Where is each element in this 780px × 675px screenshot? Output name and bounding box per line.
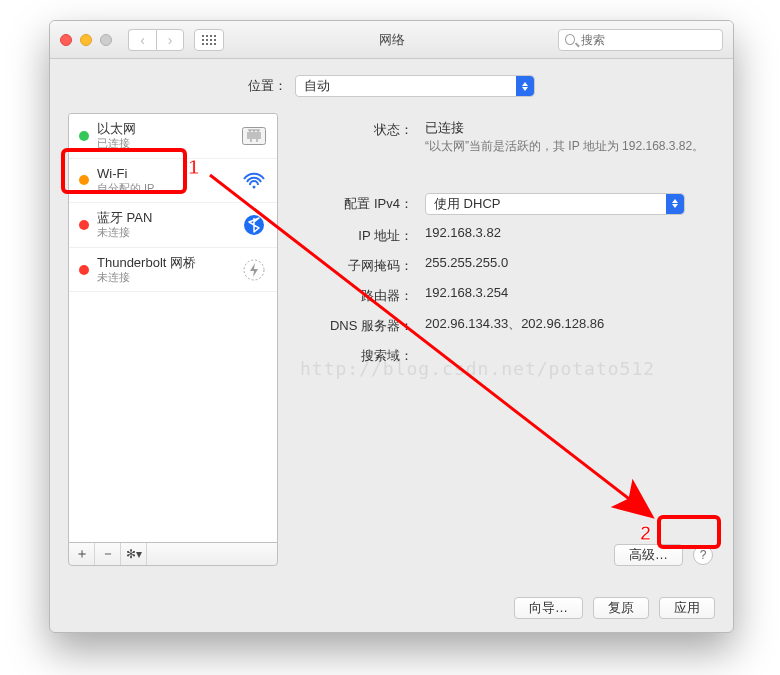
dns-value: 202.96.134.33、202.96.128.86 [425,315,715,335]
apply-button[interactable]: 应用 [659,597,715,619]
search-domains-label: 搜索域： [298,345,413,365]
revert-button[interactable]: 复原 [593,597,649,619]
chevron-updown-icon [666,194,684,214]
status-description: “以太网”当前是活跃的，其 IP 地址为 192.168.3.82。 [425,139,715,155]
footer: 向导… 复原 应用 [50,584,733,632]
status-dot-red-icon [79,220,89,230]
search-input[interactable] [579,32,716,48]
help-button[interactable]: ? [693,545,713,565]
gear-icon: ✻▾ [126,547,142,561]
ip-value: 192.168.3.82 [425,225,715,245]
sidebar-toolbar: ＋ － ✻▾ [68,542,278,566]
grid-icon [202,35,216,45]
sidebar-item-ethernet[interactable]: 以太网 已连接 [69,114,277,159]
close-icon[interactable] [60,34,72,46]
status-dot-green-icon [79,131,89,141]
advanced-button[interactable]: 高级… [614,544,683,566]
thunderbolt-icon [241,259,267,281]
status-block: 已连接 “以太网”当前是活跃的，其 IP 地址为 192.168.3.82。 [425,119,715,155]
svg-rect-3 [256,139,258,142]
service-name: Thunderbolt 网桥 [97,256,233,271]
remove-service-button[interactable]: － [95,543,121,565]
sidebar: 以太网 已连接 Wi-Fi 自分配的 IP [68,113,278,566]
subnet-mask-label: 子网掩码： [298,255,413,275]
configure-ipv4-value: 使用 DHCP [434,195,500,213]
nav-buttons: ‹ › [128,29,184,51]
minimize-icon[interactable] [80,34,92,46]
location-select[interactable]: 自动 [295,75,535,97]
service-name: Wi-Fi [97,167,233,182]
wifi-icon [241,171,267,189]
window-controls [60,34,112,46]
detail-panel: 状态： 已连接 “以太网”当前是活跃的，其 IP 地址为 192.168.3.8… [298,113,715,566]
service-name: 蓝牙 PAN [97,211,233,226]
status-dot-red-icon [79,265,89,275]
show-all-button[interactable] [194,29,224,51]
forward-button[interactable]: › [156,29,184,51]
chevron-updown-icon [516,76,534,96]
ethernet-icon [241,127,267,145]
subnet-mask-value: 255.255.255.0 [425,255,715,275]
svg-point-4 [253,186,256,189]
wizard-button[interactable]: 向导… [514,597,583,619]
configure-ipv4-label: 配置 IPv4： [298,193,413,215]
service-status: 未连接 [97,271,233,284]
sidebar-item-wifi[interactable]: Wi-Fi 自分配的 IP [69,159,277,204]
status-label: 状态： [298,119,413,155]
search-domains-value [425,345,715,365]
router-value: 192.168.3.254 [425,285,715,305]
service-actions-button[interactable]: ✻▾ [121,543,147,565]
svg-rect-1 [247,132,261,139]
status-dot-orange-icon [79,175,89,185]
service-status: 未连接 [97,226,233,239]
search-icon [565,34,575,45]
location-row: 位置： 自动 [50,59,733,105]
ip-label: IP 地址： [298,225,413,245]
add-service-button[interactable]: ＋ [69,543,95,565]
status-value: 已连接 [425,119,715,137]
service-status: 自分配的 IP [97,182,233,195]
dns-label: DNS 服务器： [298,315,413,335]
sidebar-item-thunderbolt-bridge[interactable]: Thunderbolt 网桥 未连接 [69,248,277,293]
bluetooth-icon [241,214,267,236]
back-button[interactable]: ‹ [128,29,156,51]
zoom-icon[interactable] [100,34,112,46]
service-name: 以太网 [97,122,233,137]
service-status: 已连接 [97,137,233,150]
service-list: 以太网 已连接 Wi-Fi 自分配的 IP [68,113,278,542]
network-preferences-window: ‹ › 网络 位置： 自动 [49,20,734,633]
location-value: 自动 [304,77,330,95]
window-title: 网络 [379,31,405,49]
search-field[interactable] [558,29,723,51]
body: 以太网 已连接 Wi-Fi 自分配的 IP [50,105,733,580]
configure-ipv4-select[interactable]: 使用 DHCP [425,193,685,215]
svg-rect-2 [250,139,252,142]
router-label: 路由器： [298,285,413,305]
location-label: 位置： [248,77,287,95]
titlebar: ‹ › 网络 [50,21,733,59]
sidebar-item-bluetooth-pan[interactable]: 蓝牙 PAN 未连接 [69,203,277,248]
